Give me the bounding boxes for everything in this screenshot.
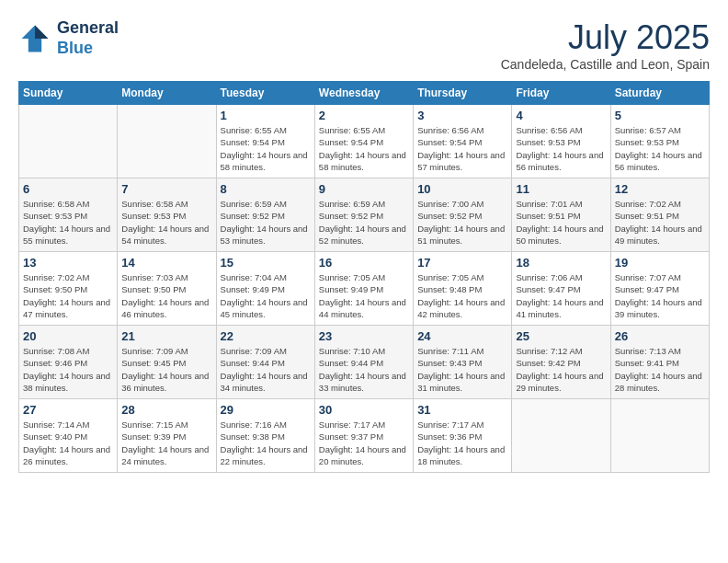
weekday-header: Wednesday: [314, 82, 413, 105]
cell-info: Sunrise: 7:16 AMSunset: 9:38 PMDaylight:…: [221, 419, 311, 467]
calendar-cell: 14 Sunrise: 7:03 AMSunset: 9:50 PMDaylig…: [118, 252, 216, 326]
calendar-cell: [19, 105, 118, 178]
day-number: 18: [516, 256, 606, 270]
day-number: 30: [319, 403, 409, 417]
day-number: 9: [319, 182, 409, 196]
cell-info: Sunrise: 6:58 AMSunset: 9:53 PMDaylight:…: [121, 198, 211, 247]
calendar-cell: 1 Sunrise: 6:55 AMSunset: 9:54 PMDayligh…: [216, 105, 314, 178]
day-number: 3: [417, 109, 507, 122]
day-number: 2: [319, 109, 409, 122]
calendar-cell: 21 Sunrise: 7:09 AMSunset: 9:45 PMDaylig…: [118, 326, 216, 399]
cell-info: Sunrise: 6:56 AMSunset: 9:53 PMDaylight:…: [516, 124, 606, 173]
day-number: 20: [23, 329, 113, 343]
weekday-header: Friday: [512, 82, 610, 105]
day-number: 21: [121, 329, 211, 343]
calendar-cell: 23 Sunrise: 7:10 AMSunset: 9:44 PMDaylig…: [314, 326, 413, 399]
calendar-cell: 20 Sunrise: 7:08 AMSunset: 9:46 PMDaylig…: [19, 326, 118, 399]
svg-marker-1: [35, 25, 48, 38]
weekday-header: Monday: [118, 82, 216, 105]
calendar-cell: 15 Sunrise: 7:04 AMSunset: 9:49 PMDaylig…: [216, 252, 314, 326]
cell-info: Sunrise: 7:09 AMSunset: 9:45 PMDaylight:…: [121, 345, 211, 394]
day-number: 22: [221, 329, 311, 343]
calendar-cell: [118, 105, 216, 178]
calendar-cell: 28 Sunrise: 7:15 AMSunset: 9:39 PMDaylig…: [118, 399, 216, 473]
calendar-cell: 29 Sunrise: 7:16 AMSunset: 9:38 PMDaylig…: [216, 399, 314, 473]
day-number: 7: [121, 182, 211, 196]
logo: General Blue: [18, 18, 119, 58]
cell-info: Sunrise: 7:13 AMSunset: 9:41 PMDaylight:…: [615, 345, 705, 394]
calendar-cell: 18 Sunrise: 7:06 AMSunset: 9:47 PMDaylig…: [512, 252, 610, 326]
calendar-cell: 27 Sunrise: 7:14 AMSunset: 9:40 PMDaylig…: [19, 399, 118, 473]
day-number: 17: [417, 256, 507, 270]
cell-info: Sunrise: 7:14 AMSunset: 9:40 PMDaylight:…: [23, 419, 113, 467]
day-number: 25: [516, 329, 606, 343]
cell-info: Sunrise: 6:59 AMSunset: 9:52 PMDaylight:…: [221, 198, 311, 247]
weekday-header: Saturday: [610, 82, 709, 105]
cell-info: Sunrise: 7:07 AMSunset: 9:47 PMDaylight:…: [615, 271, 705, 320]
cell-info: Sunrise: 7:02 AMSunset: 9:50 PMDaylight:…: [23, 271, 113, 320]
calendar-cell: 5 Sunrise: 6:57 AMSunset: 9:53 PMDayligh…: [610, 105, 709, 178]
month-title: July 2025: [501, 18, 710, 57]
cell-info: Sunrise: 7:05 AMSunset: 9:49 PMDaylight:…: [319, 271, 409, 320]
cell-info: Sunrise: 7:03 AMSunset: 9:50 PMDaylight:…: [121, 271, 211, 320]
day-number: 4: [516, 109, 606, 122]
weekday-header-row: SundayMondayTuesdayWednesdayThursdayFrid…: [19, 82, 710, 105]
calendar-cell: 12 Sunrise: 7:02 AMSunset: 9:51 PMDaylig…: [610, 178, 709, 252]
logo-text: General Blue: [57, 18, 119, 58]
cell-info: Sunrise: 6:55 AMSunset: 9:54 PMDaylight:…: [319, 124, 409, 173]
day-number: 10: [417, 182, 507, 196]
calendar-cell: 11 Sunrise: 7:01 AMSunset: 9:51 PMDaylig…: [512, 178, 610, 252]
cell-info: Sunrise: 7:01 AMSunset: 9:51 PMDaylight:…: [516, 198, 606, 247]
cell-info: Sunrise: 7:08 AMSunset: 9:46 PMDaylight:…: [23, 345, 113, 394]
cell-info: Sunrise: 6:56 AMSunset: 9:54 PMDaylight:…: [417, 124, 507, 173]
cell-info: Sunrise: 7:04 AMSunset: 9:49 PMDaylight:…: [221, 271, 311, 320]
day-number: 24: [417, 329, 507, 343]
calendar-cell: 19 Sunrise: 7:07 AMSunset: 9:47 PMDaylig…: [610, 252, 709, 326]
calendar-cell: 24 Sunrise: 7:11 AMSunset: 9:43 PMDaylig…: [414, 326, 512, 399]
calendar-cell: 13 Sunrise: 7:02 AMSunset: 9:50 PMDaylig…: [19, 252, 118, 326]
weekday-header: Thursday: [414, 82, 512, 105]
day-number: 1: [221, 109, 311, 122]
day-number: 16: [319, 256, 409, 270]
day-number: 31: [417, 403, 507, 417]
cell-info: Sunrise: 7:17 AMSunset: 9:37 PMDaylight:…: [319, 419, 409, 467]
title-block: July 2025 Candeleda, Castille and Leon, …: [501, 18, 710, 72]
calendar-cell: 26 Sunrise: 7:13 AMSunset: 9:41 PMDaylig…: [610, 326, 709, 399]
day-number: 12: [615, 182, 705, 196]
day-number: 5: [615, 109, 705, 122]
day-number: 19: [615, 256, 705, 270]
calendar-cell: [512, 399, 610, 473]
calendar-cell: 9 Sunrise: 6:59 AMSunset: 9:52 PMDayligh…: [314, 178, 413, 252]
weekday-header: Tuesday: [216, 82, 314, 105]
cell-info: Sunrise: 7:15 AMSunset: 9:39 PMDaylight:…: [121, 419, 211, 467]
calendar-cell: 7 Sunrise: 6:58 AMSunset: 9:53 PMDayligh…: [118, 178, 216, 252]
calendar-cell: 4 Sunrise: 6:56 AMSunset: 9:53 PMDayligh…: [512, 105, 610, 178]
day-number: 11: [516, 182, 606, 196]
calendar-cell: [610, 399, 709, 473]
location: Candeleda, Castille and Leon, Spain: [501, 57, 710, 72]
cell-info: Sunrise: 7:05 AMSunset: 9:48 PMDaylight:…: [417, 271, 507, 320]
cell-info: Sunrise: 7:10 AMSunset: 9:44 PMDaylight:…: [319, 345, 409, 394]
calendar-cell: 31 Sunrise: 7:17 AMSunset: 9:36 PMDaylig…: [414, 399, 512, 473]
calendar-cell: 30 Sunrise: 7:17 AMSunset: 9:37 PMDaylig…: [314, 399, 413, 473]
calendar-cell: 17 Sunrise: 7:05 AMSunset: 9:48 PMDaylig…: [414, 252, 512, 326]
day-number: 26: [615, 329, 705, 343]
cell-info: Sunrise: 6:59 AMSunset: 9:52 PMDaylight:…: [319, 198, 409, 247]
calendar-week-row: 6 Sunrise: 6:58 AMSunset: 9:53 PMDayligh…: [19, 178, 710, 252]
calendar-cell: 22 Sunrise: 7:09 AMSunset: 9:44 PMDaylig…: [216, 326, 314, 399]
calendar-week-row: 13 Sunrise: 7:02 AMSunset: 9:50 PMDaylig…: [19, 252, 710, 326]
calendar-week-row: 1 Sunrise: 6:55 AMSunset: 9:54 PMDayligh…: [19, 105, 710, 178]
calendar-cell: 25 Sunrise: 7:12 AMSunset: 9:42 PMDaylig…: [512, 326, 610, 399]
cell-info: Sunrise: 7:06 AMSunset: 9:47 PMDaylight:…: [516, 271, 606, 320]
calendar-table: SundayMondayTuesdayWednesdayThursdayFrid…: [18, 81, 710, 473]
calendar-cell: 2 Sunrise: 6:55 AMSunset: 9:54 PMDayligh…: [314, 105, 413, 178]
calendar-cell: 10 Sunrise: 7:00 AMSunset: 9:52 PMDaylig…: [414, 178, 512, 252]
cell-info: Sunrise: 7:17 AMSunset: 9:36 PMDaylight:…: [417, 419, 507, 467]
cell-info: Sunrise: 7:00 AMSunset: 9:52 PMDaylight:…: [417, 198, 507, 247]
page-header: General Blue July 2025 Candeleda, Castil…: [18, 18, 710, 72]
cell-info: Sunrise: 6:55 AMSunset: 9:54 PMDaylight:…: [221, 124, 311, 173]
cell-info: Sunrise: 7:02 AMSunset: 9:51 PMDaylight:…: [615, 198, 705, 247]
calendar-week-row: 20 Sunrise: 7:08 AMSunset: 9:46 PMDaylig…: [19, 326, 710, 399]
day-number: 13: [23, 256, 113, 270]
calendar-cell: 6 Sunrise: 6:58 AMSunset: 9:53 PMDayligh…: [19, 178, 118, 252]
